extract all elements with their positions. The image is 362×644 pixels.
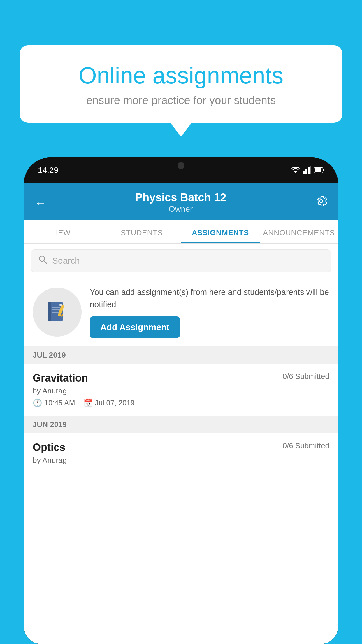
header-center: Physics Batch 12 Owner <box>135 191 226 214</box>
header-title: Physics Batch 12 <box>135 191 226 204</box>
svg-rect-3 <box>308 167 310 174</box>
svg-rect-12 <box>52 307 60 308</box>
promo-icon <box>33 288 82 337</box>
assignment-by-optics: by Anurag <box>33 456 329 465</box>
svg-rect-7 <box>315 168 321 172</box>
speech-bubble-title: Online assignments <box>40 63 322 88</box>
search-bar[interactable]: Search <box>31 249 331 272</box>
wifi-icon <box>291 166 300 174</box>
svg-rect-2 <box>305 169 307 174</box>
assignment-by: by Anurag <box>33 386 329 396</box>
assignment-top-row-optics: Optics 0/6 Submitted <box>33 441 329 454</box>
phone-screen: ← Physics Batch 12 Owner IEW STUDENTS AS… <box>24 183 338 644</box>
promo-content: You can add assignment(s) from here and … <box>90 286 329 338</box>
month-separator-jun: JUN 2019 <box>24 416 338 433</box>
svg-rect-1 <box>303 171 305 174</box>
svg-rect-4 <box>310 166 311 174</box>
assignment-name: Gravitation <box>33 372 88 384</box>
search-icon <box>38 255 48 267</box>
speech-bubble-container: Online assignments ensure more practice … <box>20 45 342 123</box>
status-time: 14:29 <box>38 166 58 175</box>
clock-icon: 🕐 <box>33 398 42 407</box>
tab-students[interactable]: STUDENTS <box>103 220 181 243</box>
status-icons <box>291 166 324 174</box>
svg-rect-11 <box>48 302 51 321</box>
assignment-submitted-optics: 0/6 Submitted <box>283 441 329 450</box>
search-placeholder: Search <box>52 256 80 266</box>
assignment-date: 📅 Jul 07, 2019 <box>83 398 135 407</box>
battery-icon <box>314 167 324 174</box>
assignment-meta: 🕐 10:45 AM 📅 Jul 07, 2019 <box>33 398 329 407</box>
svg-marker-0 <box>294 171 297 173</box>
notebook-icon <box>44 299 70 325</box>
assignment-item-gravitation[interactable]: Gravitation 0/6 Submitted by Anurag 🕐 10… <box>24 364 338 416</box>
phone-camera <box>178 162 184 169</box>
header-subtitle: Owner <box>135 204 226 214</box>
tab-assignments[interactable]: ASSIGNMENTS <box>181 220 260 243</box>
assignment-name-optics: Optics <box>33 441 65 454</box>
calendar-icon: 📅 <box>83 398 93 407</box>
tab-announcements[interactable]: ANNOUNCEMENTS <box>260 220 338 243</box>
assignment-top-row: Gravitation 0/6 Submitted <box>33 372 329 384</box>
status-bar: 14:29 <box>24 158 338 183</box>
phone-frame: 14:29 <box>24 158 338 644</box>
month-separator-jul: JUL 2019 <box>24 346 338 364</box>
assignment-submitted: 0/6 Submitted <box>283 372 329 381</box>
app-header: ← Physics Batch 12 Owner <box>24 183 338 220</box>
back-button[interactable]: ← <box>34 196 47 210</box>
tabs-container: IEW STUDENTS ASSIGNMENTS ANNOUNCEMENTS <box>24 220 338 244</box>
tab-iew[interactable]: IEW <box>24 220 103 243</box>
speech-bubble: Online assignments ensure more practice … <box>20 45 342 123</box>
promo-description: You can add assignment(s) from here and … <box>90 286 329 311</box>
svg-rect-6 <box>323 169 324 172</box>
settings-icon[interactable] <box>315 195 328 211</box>
assignment-time: 🕐 10:45 AM <box>33 398 75 407</box>
assignment-item-optics[interactable]: Optics 0/6 Submitted by Anurag <box>24 433 338 476</box>
svg-line-9 <box>44 261 47 263</box>
signal-icon <box>303 166 311 174</box>
add-assignment-button[interactable]: Add Assignment <box>90 316 180 338</box>
speech-bubble-subtitle: ensure more practice for your students <box>40 94 322 107</box>
search-container: Search <box>24 244 338 278</box>
svg-rect-13 <box>52 309 60 310</box>
add-assignment-promo: You can add assignment(s) from here and … <box>24 278 338 346</box>
phone-notch <box>155 158 207 174</box>
